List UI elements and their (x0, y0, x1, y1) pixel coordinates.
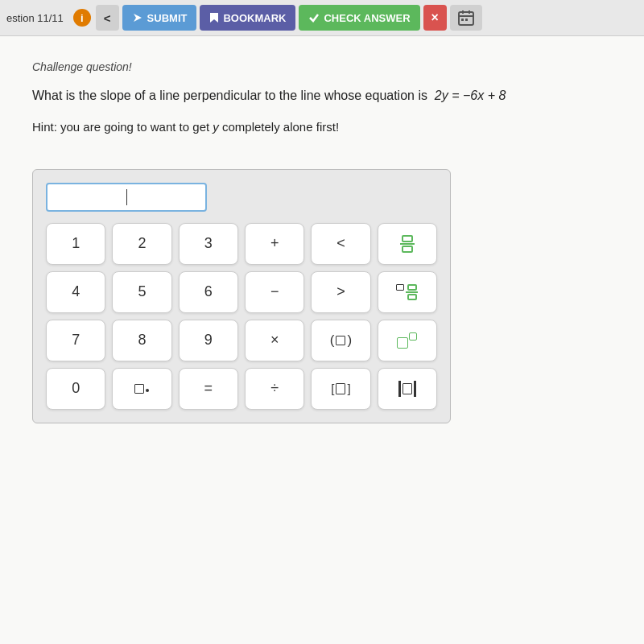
calc-btn-less-than[interactable]: < (311, 223, 370, 265)
calc-btn-minus[interactable]: − (245, 271, 304, 313)
calculator-grid: 1 2 3 + < 4 5 6 − > (46, 223, 437, 410)
mixed-fraction-icon (396, 284, 418, 300)
answer-input-box[interactable] (46, 183, 207, 212)
calc-btn-multiply[interactable]: × (245, 320, 304, 361)
calc-btn-6[interactable]: 6 (179, 271, 238, 313)
calc-btn-2[interactable]: 2 (112, 223, 171, 265)
calc-btn-7[interactable]: 7 (46, 320, 105, 361)
main-content: Challenge question! What is the slope of… (0, 36, 644, 644)
calc-btn-greater-than[interactable]: > (311, 271, 370, 313)
text-cursor (126, 189, 127, 205)
calc-btn-parentheses[interactable]: () (311, 320, 370, 361)
bookmark-button[interactable]: BOOKMARK (200, 5, 295, 31)
bracket-icon: [] (331, 382, 350, 395)
calc-btn-9[interactable]: 9 (179, 320, 238, 361)
calc-btn-decimal[interactable] (112, 368, 171, 410)
bookmark-icon (209, 12, 219, 23)
calc-btn-superscript[interactable] (378, 320, 437, 361)
calc-btn-plus[interactable]: + (245, 223, 304, 265)
hint-variable: y (213, 120, 219, 134)
submit-icon (132, 12, 143, 23)
nav-back-button[interactable]: < (96, 5, 119, 31)
calc-btn-0[interactable]: 0 (46, 368, 105, 410)
calendar-icon (458, 10, 474, 26)
close-button[interactable]: × (423, 5, 447, 31)
challenge-label: Challenge question! (32, 60, 612, 73)
svg-marker-0 (134, 14, 142, 22)
info-icon[interactable]: i (73, 9, 91, 27)
calc-btn-divide[interactable]: ÷ (245, 368, 304, 410)
calc-btn-absolute-value[interactable] (378, 368, 437, 410)
hint-text: Hint: you are going to want to get y com… (32, 118, 612, 137)
answer-area: 1 2 3 + < 4 5 6 − > (32, 169, 451, 423)
svg-rect-5 (461, 19, 464, 21)
question-text: What is the slope of a line perpendicula… (32, 86, 612, 105)
calc-btn-equals[interactable]: = (179, 368, 238, 410)
question-counter: estion 11/11 (6, 12, 64, 24)
svg-rect-6 (465, 19, 468, 21)
checkmark-icon (308, 12, 320, 23)
calc-btn-3[interactable]: 3 (179, 223, 238, 265)
decimal-icon (134, 384, 149, 394)
parentheses-icon: () (330, 332, 352, 349)
fraction-icon (400, 235, 415, 253)
calc-btn-5[interactable]: 5 (112, 271, 171, 313)
equation: 2y = −6x + 8 (435, 89, 506, 102)
calc-btn-8[interactable]: 8 (112, 320, 171, 361)
calendar-button[interactable] (450, 5, 482, 31)
calc-btn-mixed-fraction[interactable] (378, 271, 437, 313)
superscript-icon (397, 332, 417, 349)
toolbar: estion 11/11 i < SUBMIT BOOKMARK CHECK A… (0, 0, 644, 36)
calc-btn-1[interactable]: 1 (46, 223, 105, 265)
calc-btn-bracket[interactable]: [] (311, 368, 370, 410)
check-answer-button[interactable]: CHECK ANSWER (299, 5, 419, 31)
calc-btn-fraction[interactable] (378, 223, 437, 265)
submit-button[interactable]: SUBMIT (122, 5, 197, 31)
absolute-value-icon (398, 381, 416, 397)
calc-btn-4[interactable]: 4 (46, 271, 105, 313)
